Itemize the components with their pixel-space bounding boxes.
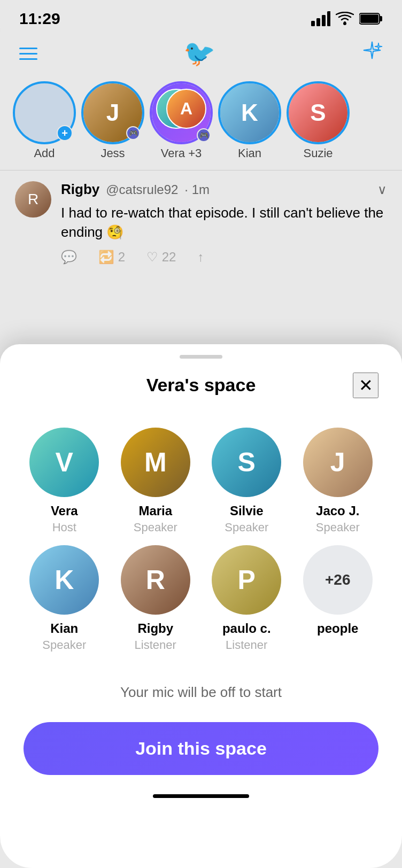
- participant-name-rigby: Rigby: [137, 621, 173, 636]
- avatar-silvie: S: [212, 428, 281, 497]
- wifi-icon: [336, 12, 354, 26]
- avatar-kian: K: [29, 545, 99, 615]
- top-nav: 🐦: [0, 33, 402, 74]
- story-item-add[interactable]: + Add: [15, 83, 74, 160]
- participant-vera: V Vera Host: [21, 428, 107, 534]
- participant-kian: K Kian Speaker: [21, 545, 107, 652]
- more-people-bubble: +26: [303, 545, 373, 615]
- participant-name-kian: Kian: [50, 621, 78, 636]
- tweet-actions: 💬 🔁 2 ♡ 22 ↑: [61, 250, 387, 265]
- story-dot-jess: 🎮: [126, 126, 140, 140]
- svg-rect-2: [322, 15, 326, 26]
- avatar-paulo: P: [212, 545, 281, 615]
- tweet-chevron-icon: ∨: [377, 182, 387, 197]
- tweet-time: · 1m: [184, 182, 210, 197]
- story-label-jess: Jess: [100, 146, 125, 160]
- avatar-maria: M: [121, 428, 190, 497]
- tweet-area: R Rigby @catsrule92 · 1m ∨ I had to re-w…: [0, 170, 402, 275]
- sparkle-button[interactable]: [361, 41, 383, 67]
- participant-role-silvie: Speaker: [225, 521, 268, 534]
- story-label-suzie: Suzie: [303, 146, 333, 160]
- participant-name-more: people: [317, 621, 358, 636]
- mic-note: Your mic will be off to start: [0, 668, 402, 717]
- status-icons: [311, 11, 383, 26]
- reply-icon[interactable]: 💬: [61, 250, 77, 265]
- story-item-suzie[interactable]: S Suzie: [289, 83, 347, 160]
- svg-rect-6: [380, 16, 382, 21]
- participants-grid: V Vera Host M Maria Speaker S Silvie Spe…: [0, 412, 402, 668]
- participant-role-jaco: Speaker: [316, 521, 360, 534]
- participant-name-silvie: Silvie: [230, 503, 264, 518]
- tweet-handle: @catsrule92: [106, 182, 178, 197]
- avatar-rigby: R: [121, 545, 190, 615]
- svg-rect-3: [327, 11, 330, 26]
- sheet-title: Vera's space: [146, 375, 256, 396]
- participant-paulo: P paulo c. Listener: [204, 545, 290, 652]
- status-time: 11:29: [19, 10, 60, 28]
- tweet-content: Rigby @catsrule92 · 1m ∨ I had to re-wat…: [61, 181, 387, 265]
- svg-rect-7: [360, 14, 378, 23]
- signal-icon: [311, 11, 330, 26]
- participant-rigby: R Rigby Listener: [113, 545, 199, 652]
- stories-row: + Add J 🎮 Jess V A 🎮 Vera +3 K Kian: [0, 74, 402, 170]
- svg-rect-0: [311, 21, 315, 26]
- bottom-sheet: Vera's space ✕ V Vera Host M Maria Speak…: [0, 344, 402, 868]
- svg-point-4: [343, 22, 346, 25]
- close-button[interactable]: ✕: [353, 373, 378, 398]
- avatar-vera: V: [29, 428, 99, 497]
- status-bar: 11:29: [0, 0, 402, 33]
- participant-name-vera: Vera: [51, 503, 78, 518]
- sheet-handle: [180, 355, 222, 359]
- svg-rect-1: [316, 18, 320, 26]
- story-item-vera[interactable]: V A 🎮 Vera +3: [152, 83, 211, 160]
- story-label-add: Add: [34, 146, 55, 160]
- avatar-jaco: J: [303, 428, 373, 497]
- story-dot-vera: 🎮: [197, 128, 211, 142]
- participant-silvie: S Silvie Speaker: [204, 428, 290, 534]
- participant-more: +26 people: [295, 545, 381, 652]
- tweet-text: I had to re-watch that episode. I still …: [61, 203, 387, 242]
- participant-name-paulo: paulo c.: [222, 621, 271, 636]
- join-button-wrapper: Join this space: [0, 717, 402, 786]
- participant-role-paulo: Listener: [226, 638, 267, 652]
- sheet-header: Vera's space ✕: [0, 375, 402, 412]
- home-indicator: [153, 794, 249, 798]
- story-label-kian: Kian: [238, 146, 261, 160]
- participant-maria: M Maria Speaker: [113, 428, 199, 534]
- menu-button[interactable]: [19, 48, 37, 60]
- add-story-icon: +: [57, 125, 73, 141]
- story-label-vera: Vera +3: [161, 146, 202, 160]
- story-item-kian[interactable]: K Kian: [220, 83, 279, 160]
- participant-role-vera: Host: [52, 521, 76, 534]
- tweet-name: Rigby: [61, 181, 99, 198]
- battery-icon: [359, 12, 383, 25]
- participant-jaco: J Jaco J. Speaker: [295, 428, 381, 534]
- participant-role-rigby: Listener: [135, 638, 176, 652]
- participant-name-jaco: Jaco J.: [316, 503, 359, 518]
- twitter-logo: 🐦: [183, 38, 215, 68]
- share-icon[interactable]: ↑: [197, 250, 204, 265]
- join-space-button[interactable]: Join this space: [24, 722, 378, 775]
- story-item-jess[interactable]: J 🎮 Jess: [83, 83, 142, 160]
- like-icon[interactable]: ♡ 22: [146, 250, 176, 265]
- participant-role-maria: Speaker: [134, 521, 177, 534]
- retweet-icon[interactable]: 🔁 2: [98, 250, 125, 265]
- participant-role-kian: Speaker: [42, 638, 86, 652]
- tweet-avatar: R: [15, 181, 51, 218]
- participant-name-maria: Maria: [138, 503, 172, 518]
